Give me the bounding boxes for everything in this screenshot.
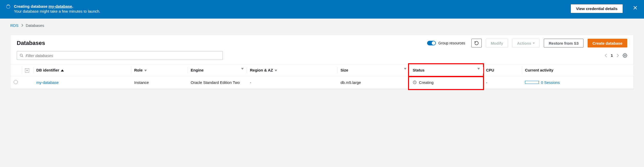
expand-all-button[interactable]: + [25, 68, 29, 73]
modify-button[interactable]: Modify [486, 39, 508, 47]
sessions-link[interactable]: 0 Sessions [525, 80, 630, 85]
breadcrumb-current: Databases [26, 23, 44, 28]
col-cpu[interactable]: CPU [483, 64, 522, 76]
filter-row: 1 [11, 51, 633, 64]
filter-databases-input[interactable] [26, 53, 220, 58]
next-page-button[interactable] [616, 53, 619, 58]
create-database-button[interactable]: Create database [588, 39, 627, 47]
actions-label: Actions [517, 41, 531, 45]
filter-icon [275, 70, 277, 71]
prev-page-button[interactable] [605, 53, 607, 58]
row-select-radio[interactable] [14, 80, 18, 84]
filter-icon [144, 70, 147, 71]
cell-status: Creating [413, 80, 480, 85]
table-header-row: + DB identifier Role Engine Region & AZ … [11, 64, 633, 76]
breadcrumb-root[interactable]: RDS [10, 23, 19, 28]
db-identifier-link[interactable]: my-database [36, 80, 59, 85]
table-settings-button[interactable] [623, 53, 627, 58]
loading-spinner-icon [6, 5, 10, 9]
close-banner-button[interactable] [633, 5, 638, 10]
panel-header: Databases Group resources Modify Actions… [11, 35, 633, 51]
col-db-identifier[interactable]: DB identifier [33, 64, 131, 76]
current-page: 1 [611, 53, 613, 58]
col-engine[interactable]: Engine [188, 64, 247, 76]
group-resources-toggle-wrap: Group resources [427, 41, 465, 45]
filter-icon [404, 68, 406, 70]
clock-icon [413, 80, 417, 84]
sessions-text: 0 Sessions [541, 80, 560, 85]
col-role[interactable]: Role [131, 64, 188, 76]
banner-title-suffix: . [72, 4, 73, 9]
filter-icon [241, 68, 244, 70]
cell-size: db.m5.large [337, 76, 410, 89]
col-current-activity[interactable]: Current activity [522, 64, 633, 76]
refresh-button[interactable] [471, 39, 482, 47]
banner-subtitle: Your database might take a few minutes t… [14, 9, 567, 13]
banner-db-link[interactable]: my-database [48, 4, 72, 9]
col-region-az[interactable]: Region & AZ [247, 64, 337, 76]
col-status[interactable]: Status [410, 64, 483, 76]
col-select [11, 64, 22, 76]
svg-line-3 [22, 56, 23, 57]
table-row[interactable]: my-database Instance Oracle Standard Edi… [11, 76, 633, 89]
cell-region-az: - [247, 76, 337, 89]
chevron-down-icon [533, 43, 535, 44]
cell-cpu: - [483, 76, 522, 89]
pagination: 1 [605, 53, 627, 58]
group-resources-label: Group resources [438, 41, 465, 45]
group-resources-toggle[interactable] [427, 41, 436, 45]
databases-panel: Databases Group resources Modify Actions… [10, 35, 634, 89]
restore-from-s3-button[interactable]: Restore from S3 [544, 39, 583, 47]
view-credential-details-button[interactable]: View credential details [571, 4, 623, 13]
gear-icon [623, 53, 627, 58]
filter-icon [477, 68, 480, 70]
banner-message: Creating database my-database. Your data… [14, 4, 567, 13]
databases-table: + DB identifier Role Engine Region & AZ … [11, 64, 633, 89]
svg-point-4 [624, 55, 626, 56]
sort-asc-icon [61, 69, 64, 71]
sessions-bar-icon [525, 81, 539, 84]
refresh-icon [474, 41, 479, 45]
actions-dropdown[interactable]: Actions [512, 39, 540, 47]
banner-title-prefix: Creating database [14, 4, 48, 9]
page-title: Databases [17, 40, 45, 46]
svg-point-2 [20, 54, 22, 56]
col-size[interactable]: Size [337, 64, 410, 76]
info-banner: Creating database my-database. Your data… [0, 0, 644, 19]
search-icon [20, 53, 24, 58]
col-expand: + [22, 64, 33, 76]
chevron-right-icon [21, 23, 23, 28]
filter-input-wrap[interactable] [17, 51, 223, 60]
breadcrumb: RDS Databases [0, 19, 644, 31]
cell-engine: Oracle Standard Edition Two [188, 76, 247, 89]
cell-role: Instance [131, 76, 188, 89]
